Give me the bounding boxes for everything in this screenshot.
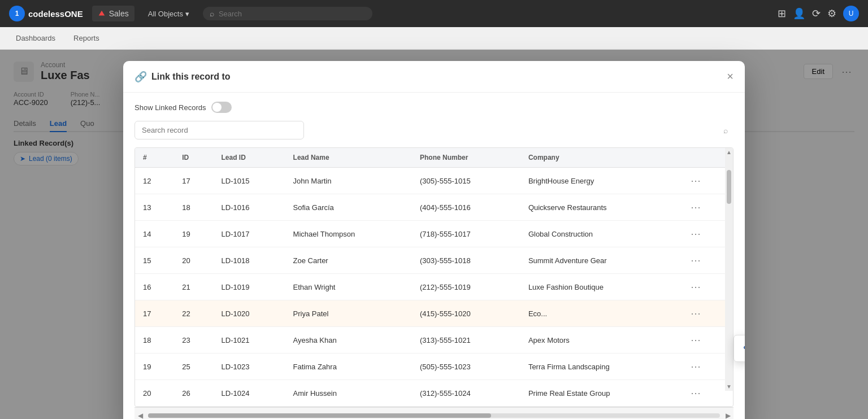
cell-num: 19: [135, 353, 174, 380]
table-row: 12 17 LD-1015 John Martin (305)-555-1015…: [135, 168, 733, 194]
search-input-wrap: ⌕: [134, 121, 734, 139]
scroll-right-arrow[interactable]: ▶: [722, 410, 734, 419]
horizontal-scrollbar-row: ◀ ▶: [134, 407, 734, 419]
cell-id: 18: [174, 194, 213, 221]
table-row: 13 18 LD-1016 Sofia García (404)-555-101…: [135, 194, 733, 221]
cell-lead-name: Amir Hussein: [285, 380, 412, 407]
cell-company: Global Construction: [520, 221, 679, 247]
cell-phone: (212)-555-1019: [412, 274, 520, 300]
all-objects-label: All Objects: [148, 10, 183, 18]
global-search-input[interactable]: [219, 10, 366, 18]
gear-icon[interactable]: ⚙: [827, 7, 836, 20]
cell-num: 17: [135, 300, 174, 327]
scrollbar-thumb[interactable]: [148, 413, 491, 418]
row-dots-button[interactable]: ⋯: [687, 200, 704, 215]
modal-close-button[interactable]: ×: [727, 70, 734, 83]
cell-id: 19: [174, 221, 213, 247]
table-row: 15 20 LD-1018 Zoe Carter (303)-555-1018 …: [135, 247, 733, 274]
cell-id: 21: [174, 274, 213, 300]
modal-header: 🔗 Link this record to ×: [123, 61, 745, 93]
col-id: ID: [174, 148, 213, 168]
show-linked-label: Show Linked Records: [134, 103, 206, 112]
history-icon[interactable]: ⟳: [812, 7, 821, 20]
sub-nav: Dashboards Reports: [0, 27, 868, 50]
user-add-icon[interactable]: 👤: [793, 7, 805, 20]
module-nav[interactable]: Sales: [92, 6, 134, 21]
search-record-input[interactable]: [134, 121, 304, 139]
scroll-down-arrow[interactable]: ▼: [725, 382, 733, 391]
cell-phone: (305)-555-1015: [412, 168, 520, 194]
scroll-up-arrow[interactable]: ▲: [725, 148, 733, 156]
col-num: #: [135, 148, 174, 168]
all-objects-btn[interactable]: All Objects ▾: [144, 7, 194, 20]
records-table: # ID Lead ID Lead Name Phone Number Comp…: [135, 148, 733, 407]
records-table-wrap[interactable]: # ID Lead ID Lead Name Phone Number Comp…: [134, 147, 734, 407]
cell-lead-id: LD-1015: [214, 168, 285, 194]
cell-lead-name: Sofia García: [285, 194, 412, 221]
table-row: 17 22 LD-1020 Priya Patel (415)-555-1020…: [135, 300, 733, 327]
cell-lead-name: Ethan Wright: [285, 274, 412, 300]
logo-icon: 1: [9, 6, 25, 21]
row-dots-button[interactable]: ⋯: [687, 306, 704, 321]
col-phone: Phone Number: [412, 148, 520, 168]
cell-id: 26: [174, 380, 213, 407]
scrollbar-track[interactable]: [148, 413, 720, 418]
cell-lead-id: LD-1018: [214, 247, 285, 274]
cell-lead-id: LD-1017: [214, 221, 285, 247]
grid-icon[interactable]: ⊞: [778, 7, 786, 20]
modal-title: 🔗 Link this record to: [134, 71, 231, 83]
svg-marker-0: [98, 11, 105, 16]
cell-lead-name: Michael Thompson: [285, 221, 412, 247]
show-linked-row: Show Linked Records: [134, 102, 734, 113]
sub-nav-reports[interactable]: Reports: [71, 34, 102, 42]
search-record-icon: ⌕: [723, 126, 728, 135]
cell-num: 15: [135, 247, 174, 274]
vertical-scrollbar[interactable]: ▲ ▼: [725, 148, 733, 391]
row-dots-button[interactable]: ⋯: [687, 359, 704, 374]
row-dots-button[interactable]: ⋯: [687, 280, 704, 294]
context-menu-link-item[interactable]: ↪ Link: [734, 338, 745, 359]
row-dots-button[interactable]: ⋯: [687, 226, 704, 241]
cell-company: Luxe Fashion Boutique: [520, 274, 679, 300]
cell-company: Eco...: [520, 300, 679, 327]
cell-company: Terra Firma Landscaping: [520, 353, 679, 380]
cell-phone: (505)-555-1023: [412, 353, 520, 380]
scroll-thumb[interactable]: [727, 170, 731, 204]
logo-text: codelessONE: [28, 9, 83, 19]
scroll-left-arrow[interactable]: ◀: [134, 410, 146, 419]
row-dots-button[interactable]: ⋯: [687, 253, 704, 268]
cell-num: 12: [135, 168, 174, 194]
cell-lead-name: Priya Patel: [285, 300, 412, 327]
col-company: Company: [520, 148, 679, 168]
cell-phone: (313)-555-1021: [412, 327, 520, 353]
global-search[interactable]: ⌕: [203, 7, 372, 20]
nav-icons: ⊞ 👤 ⟳ ⚙ U: [778, 6, 859, 21]
col-lead-name: Lead Name: [285, 148, 412, 168]
cell-lead-id: LD-1020: [214, 300, 285, 327]
row-dots-button[interactable]: ⋯: [687, 386, 704, 400]
context-menu-link-icon: ↪: [743, 342, 745, 355]
table-row: 14 19 LD-1017 Michael Thompson (718)-555…: [135, 221, 733, 247]
cell-id: 25: [174, 353, 213, 380]
row-dots-button[interactable]: ⋯: [687, 173, 704, 188]
row-dots-button[interactable]: ⋯: [687, 333, 704, 347]
cell-num: 20: [135, 380, 174, 407]
cell-company: Prime Real Estate Group: [520, 380, 679, 407]
cell-id: 17: [174, 168, 213, 194]
sub-nav-dashboards[interactable]: Dashboards: [14, 34, 58, 42]
col-lead-id: Lead ID: [214, 148, 285, 168]
cell-id: 20: [174, 247, 213, 274]
cell-lead-id: LD-1023: [214, 353, 285, 380]
cell-lead-name: John Martin: [285, 168, 412, 194]
search-icon: ⌕: [210, 9, 214, 18]
cell-id: 23: [174, 327, 213, 353]
triangle-icon: [98, 10, 106, 18]
show-linked-toggle[interactable]: [211, 102, 232, 113]
logo: 1 codelessONE: [9, 6, 83, 21]
avatar[interactable]: U: [843, 6, 859, 21]
link-icon: 🔗: [134, 71, 147, 83]
cell-num: 13: [135, 194, 174, 221]
cell-num: 18: [135, 327, 174, 353]
cell-num: 14: [135, 221, 174, 247]
cell-company: Apex Motors: [520, 327, 679, 353]
